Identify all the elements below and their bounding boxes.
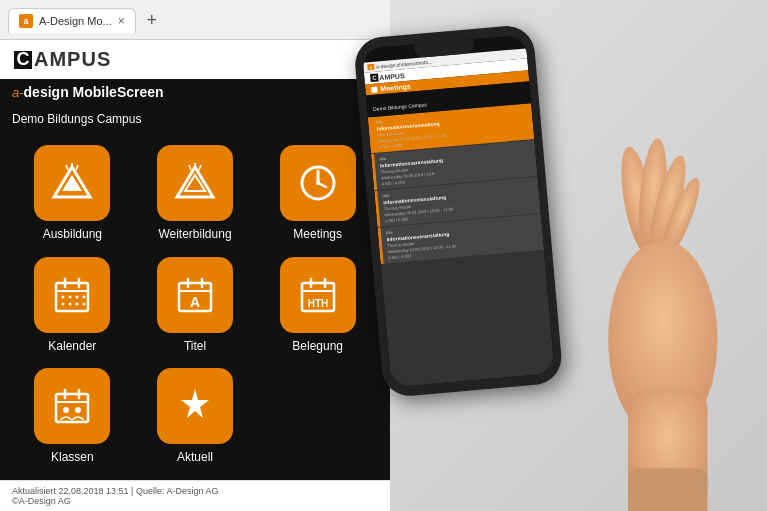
browser-panel: a A-Design Mo... × + C AMPUS a-design Mo… xyxy=(0,0,390,511)
belegung-icon: HTH xyxy=(296,273,340,317)
svg-point-24 xyxy=(76,302,79,305)
meetings-button[interactable] xyxy=(280,145,356,221)
icon-grid: Ausbildung Weiterbildung xyxy=(0,135,390,480)
tab-bar: a A-Design Mo... × + xyxy=(8,8,382,33)
titel-label: Titel xyxy=(184,339,206,353)
svg-point-22 xyxy=(62,302,65,305)
footer-line2: ©A-Design AG xyxy=(12,496,378,506)
svg-rect-50 xyxy=(628,468,707,511)
browser-chrome: a A-Design Mo... × + xyxy=(0,0,390,40)
app-content: C AMPUS a-design MobileScreen Demo Bildu… xyxy=(0,40,390,511)
app-subtitle: a-design MobileScreen xyxy=(0,79,390,105)
meetings-label: Meetings xyxy=(293,227,342,241)
ausbildung-icon xyxy=(50,161,94,205)
campus-name-bar: Demo Bildungs Campus xyxy=(0,105,390,135)
icon-item-aktuell[interactable]: Aktuell xyxy=(139,368,252,470)
icon-item-belegung[interactable]: HTH Belegung xyxy=(261,257,374,359)
titel-icon: A xyxy=(173,273,217,317)
tab-favicon: a xyxy=(19,14,33,28)
icon-item-ausbildung[interactable]: Ausbildung xyxy=(16,145,129,247)
active-tab[interactable]: a A-Design Mo... × xyxy=(8,8,136,33)
subtitle-text: a-design MobileScreen xyxy=(12,85,164,100)
svg-line-3 xyxy=(66,165,68,170)
kalender-icon xyxy=(50,273,94,317)
belegung-label: Belegung xyxy=(292,339,343,353)
svg-point-25 xyxy=(83,302,86,305)
svg-line-9 xyxy=(199,165,201,170)
kalender-label: Kalender xyxy=(48,339,96,353)
weiterbildung-icon xyxy=(173,161,217,205)
meetings-icon xyxy=(296,161,340,205)
phone-favicon: a xyxy=(367,64,374,71)
logo-c-icon: C xyxy=(12,49,34,71)
svg-point-19 xyxy=(69,295,72,298)
campus-name: Demo Bildungs Campus xyxy=(12,112,141,126)
icon-item-titel[interactable]: A Titel xyxy=(139,257,252,359)
logo-text: AMPUS xyxy=(34,48,111,71)
phone-title-icon xyxy=(371,86,378,93)
svg-line-4 xyxy=(76,165,78,170)
titel-button[interactable]: A xyxy=(157,257,233,333)
hand-illustration xyxy=(390,0,767,511)
svg-text:A: A xyxy=(190,294,200,310)
app-footer: Aktualisiert 22.08.2018 13:51 | Quelle: … xyxy=(0,480,390,511)
aktuell-icon xyxy=(173,384,217,428)
svg-point-23 xyxy=(69,302,72,305)
svg-point-13 xyxy=(316,181,320,185)
icon-item-klassen[interactable]: Klassen xyxy=(16,368,129,470)
weiterbildung-button[interactable] xyxy=(157,145,233,221)
icon-item-weiterbildung[interactable]: Weiterbildung xyxy=(139,145,252,247)
svg-point-18 xyxy=(62,295,65,298)
svg-text:HTH: HTH xyxy=(307,298,328,309)
aktuell-label: Aktuell xyxy=(177,450,213,464)
kalender-button[interactable] xyxy=(34,257,110,333)
footer-line1: Aktualisiert 22.08.2018 13:51 | Quelle: … xyxy=(12,486,378,496)
logo: C AMPUS xyxy=(12,48,111,71)
new-tab-button[interactable]: + xyxy=(140,9,164,33)
svg-point-40 xyxy=(63,407,69,413)
svg-point-20 xyxy=(76,295,79,298)
belegung-button[interactable]: HTH xyxy=(280,257,356,333)
klassen-label: Klassen xyxy=(51,450,94,464)
ausbildung-button[interactable] xyxy=(34,145,110,221)
weiterbildung-label: Weiterbildung xyxy=(158,227,231,241)
svg-rect-36 xyxy=(56,394,88,422)
svg-marker-5 xyxy=(177,167,213,197)
svg-point-21 xyxy=(83,295,86,298)
ausbildung-label: Ausbildung xyxy=(43,227,102,241)
svg-line-8 xyxy=(189,165,191,170)
svg-marker-42 xyxy=(181,389,209,418)
icon-item-kalender[interactable]: Kalender xyxy=(16,257,129,359)
tab-close-button[interactable]: × xyxy=(118,15,125,27)
phone-logo-c: C xyxy=(370,73,379,82)
tab-label: A-Design Mo... xyxy=(39,15,112,27)
klassen-button[interactable] xyxy=(34,368,110,444)
aktuell-button[interactable] xyxy=(157,368,233,444)
svg-point-41 xyxy=(75,407,81,413)
right-panel: a a-design.ch/demo/mobi... C AMPUS Meeti… xyxy=(390,0,767,511)
klassen-icon xyxy=(50,384,94,428)
app-header: C AMPUS xyxy=(0,40,390,79)
icon-item-meetings[interactable]: Meetings xyxy=(261,145,374,247)
